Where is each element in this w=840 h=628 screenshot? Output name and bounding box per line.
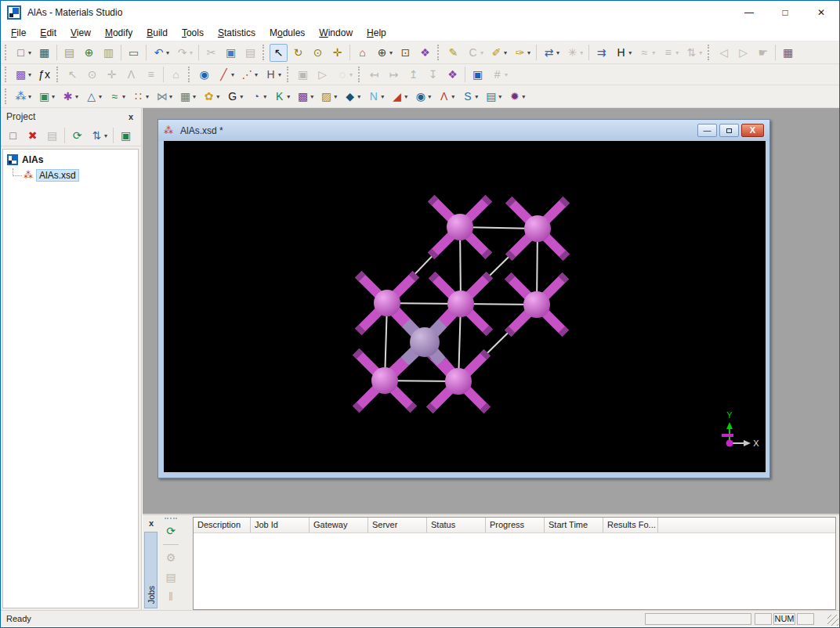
minimize-button[interactable]: — (731, 1, 767, 24)
close-button[interactable]: ✕ (803, 1, 839, 24)
add-atom-button[interactable]: ◉ (195, 66, 213, 84)
adsorption-locator-button[interactable]: ⁂▾ (12, 88, 34, 106)
column-header-start-time[interactable]: Start Time (545, 518, 603, 532)
clean-button[interactable]: ≈▾ (635, 44, 657, 62)
sketch-atom-button[interactable]: ✎ (444, 44, 462, 62)
rebond-button[interactable]: ⇉ (592, 44, 610, 62)
column-header-gateway[interactable]: Gateway (310, 518, 368, 532)
paste-button[interactable]: ▤ (241, 44, 259, 62)
display-options-button[interactable]: ❖ (444, 66, 462, 84)
new-document-button[interactable]: □▾ (12, 44, 34, 62)
shift-right-button[interactable]: ↦ (385, 66, 403, 84)
display-style-button[interactable]: ❖ (416, 44, 434, 62)
delete-item-button[interactable]: ✖ (24, 127, 42, 145)
resize-grip[interactable] (827, 615, 838, 626)
graph-pan-button[interactable]: ✛ (103, 66, 121, 84)
menu-build[interactable]: Build (139, 25, 175, 41)
vamp-button[interactable]: ▤▾ (482, 88, 504, 106)
supercell-button[interactable]: #▾ (488, 66, 510, 84)
menu-file[interactable]: File (4, 25, 33, 41)
next-frame-button[interactable]: ▷ (734, 44, 752, 62)
peak-pick-button[interactable]: Λ (122, 66, 140, 84)
menu-window[interactable]: Window (312, 25, 360, 41)
study-table-button[interactable]: ▦ (779, 44, 797, 62)
mesocite-button[interactable]: K▾ (270, 88, 292, 106)
synthia-button[interactable]: S▾ (458, 88, 480, 106)
amorphous-cell-button[interactable]: ▣▾ (35, 88, 57, 106)
maximize-button[interactable]: □ (767, 1, 803, 24)
morphology-button[interactable]: ▨▾ (317, 88, 339, 106)
refresh-project-button[interactable]: ⟳ (68, 127, 86, 145)
align-spectra-button[interactable]: ≡ (142, 66, 160, 84)
new-folder-button[interactable]: ▤ (43, 127, 61, 145)
translation-mode-button[interactable]: ✛ (328, 44, 346, 62)
shift-down-button[interactable]: ↧ (424, 66, 442, 84)
mesodyn-button[interactable]: ▩▾ (294, 88, 316, 106)
menu-view[interactable]: View (63, 25, 98, 41)
menu-help[interactable]: Help (360, 25, 393, 41)
element-carbon-button[interactable]: C▾ (464, 44, 486, 62)
reset-view-button[interactable]: ⌂ (353, 44, 371, 62)
column-header-job-id[interactable]: Job Id (251, 518, 310, 532)
previous-frame-button[interactable]: ◁ (715, 44, 733, 62)
selection-mode-button[interactable]: ↖ (270, 44, 288, 62)
redo-button[interactable]: ↷▾ (173, 44, 195, 62)
shift-up-button[interactable]: ↥ (404, 66, 422, 84)
document-title-bar[interactable]: ⁂ AlAs.xsd * — X (158, 120, 769, 141)
chart-viewer-button[interactable]: ▩▾ (12, 66, 34, 84)
adjust-bond-button[interactable]: ⇄▾ (540, 44, 562, 62)
tree-item-project-root[interactable]: AlAs (5, 152, 136, 168)
export-button[interactable]: ▥ (100, 44, 118, 62)
view-onto-button[interactable]: ⊕▾ (373, 44, 395, 62)
create-bond-button[interactable]: ╱▾ (215, 66, 237, 84)
compass-button[interactable]: ≈▾ (106, 88, 128, 106)
function-editor-button[interactable]: ƒx (35, 66, 53, 84)
gulp-button[interactable]: G▾ (223, 88, 245, 106)
jobs-panel-close-button[interactable]: x (147, 518, 156, 528)
movement-button[interactable]: ⇅▾ (682, 44, 704, 62)
document-minimize-button[interactable]: — (697, 124, 717, 137)
blends-button[interactable]: ✱▾ (59, 88, 81, 106)
copy-button[interactable]: ▣ (222, 44, 240, 62)
fit-view-button[interactable]: ⊡ (396, 44, 415, 62)
menu-tools[interactable]: Tools (175, 25, 211, 41)
discover-button[interactable]: ⋈▾ (153, 88, 175, 106)
chart-home-button[interactable]: ⌂ (167, 66, 185, 84)
sketch-fragment-button[interactable]: ✑▾ (511, 44, 533, 62)
column-header-progress[interactable]: Progress (486, 518, 545, 532)
project-panel-close-button[interactable]: x (126, 112, 136, 121)
hydrogen-bond-button[interactable]: H▾ (262, 66, 284, 84)
sorption-button[interactable]: Λ▾ (435, 88, 457, 106)
job-properties-button[interactable]: ⚙ (162, 549, 180, 567)
jobs-tab[interactable]: Jobs (144, 532, 158, 608)
import-button[interactable]: ⊕ (80, 44, 98, 62)
structure-viewport[interactable]: YX (164, 141, 766, 472)
refresh-jobs-button[interactable]: ⟳ (162, 522, 180, 540)
dftb-plus-button[interactable]: ▦▾ (176, 88, 198, 106)
onetep-button[interactable]: ◆▾ (341, 88, 363, 106)
partial-bond-button[interactable]: ⋰▾ (238, 66, 260, 84)
dmol3-button[interactable]: ✿▾ (200, 88, 222, 106)
rotation-mode-button[interactable]: ↻ (289, 44, 307, 62)
kinetix-button[interactable]: ◔▾ (247, 88, 269, 106)
xcell-button[interactable]: ✹▾ (505, 88, 527, 106)
undo-button[interactable]: ↶▾ (150, 44, 172, 62)
menu-statistics[interactable]: Statistics (211, 25, 262, 41)
graph-select-button[interactable]: ↖ (63, 66, 81, 84)
shift-left-button[interactable]: ↤ (365, 66, 383, 84)
open-library-button[interactable]: ▣ (117, 127, 135, 145)
annotate-button[interactable]: ☛ (754, 44, 772, 62)
column-header-status[interactable]: Status (427, 518, 486, 532)
document-restore-button[interactable] (719, 124, 739, 137)
conformers-button[interactable]: ∷▾ (129, 88, 151, 106)
sketch-ring-button[interactable]: ✐▾ (487, 44, 509, 62)
sort-items-button[interactable]: ⇅▾ (88, 127, 110, 145)
save-button[interactable]: ▦ (35, 44, 53, 62)
column-header-description[interactable]: Description (194, 518, 251, 532)
column-header-server[interactable]: Server (368, 518, 427, 532)
menu-edit[interactable]: Edit (33, 25, 63, 41)
print-button[interactable]: ▭ (125, 44, 143, 62)
graph-zoom-button[interactable]: ⊙ (83, 66, 101, 84)
expand-view-button[interactable]: ▣ (469, 66, 487, 84)
zoom-mode-button[interactable]: ⊙ (309, 44, 327, 62)
